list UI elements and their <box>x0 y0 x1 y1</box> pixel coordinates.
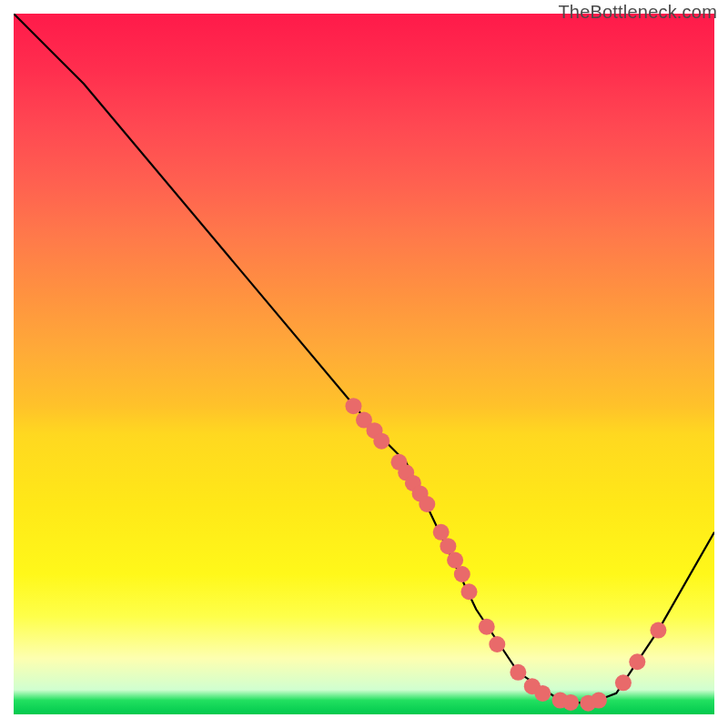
curve-marker <box>629 653 645 670</box>
chart-container: TheBottleneck.com <box>0 0 728 728</box>
curve-marker <box>373 433 389 450</box>
curve-marker <box>479 619 495 635</box>
curve-marker <box>650 622 666 639</box>
curve-marker <box>419 496 435 512</box>
curve-marker <box>534 685 551 702</box>
curve-markers <box>345 398 666 711</box>
curve-marker <box>562 694 579 711</box>
chart-svg <box>14 14 714 714</box>
curve-marker <box>447 552 463 569</box>
curve-marker <box>433 524 450 541</box>
curve-marker <box>591 693 607 709</box>
curve-marker <box>454 566 470 582</box>
curve-marker <box>489 636 505 652</box>
curve-marker <box>615 674 632 691</box>
curve-marker <box>461 583 478 600</box>
curve-marker <box>510 664 526 681</box>
bottleneck-curve <box>14 14 714 703</box>
curve-marker <box>345 398 361 414</box>
attribution-label: TheBottleneck.com <box>558 2 717 23</box>
curve-marker <box>440 538 456 554</box>
